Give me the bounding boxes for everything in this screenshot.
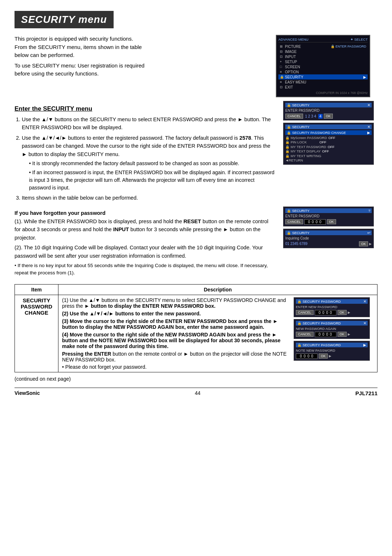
forgotten-step-1: (1). While the ENTER PASSWORD box is dis… (15, 217, 276, 242)
adv-menu-item-easy-menu: ≡ EASY MENU (278, 79, 368, 85)
new-pass-again-box: 🔒 SECURITY PASSWORD ✕ NEW PASSWORD AGAIN… (294, 319, 370, 339)
security-icon: 🔒 (280, 75, 283, 79)
exit-icon: ⊡ (280, 85, 283, 89)
password-display-1: 1 2 3 4 (305, 114, 317, 118)
new-pass-label-1: ENTER NEW PASSWORD (296, 305, 368, 309)
new-pass-dots-2: 0 0 0 0 (315, 332, 336, 337)
forgotten-step-2: (2). The 10 digit Inquiring Code will be… (15, 244, 276, 260)
main-table: Item Description SECURITYPASSWORDCHANGE … (15, 284, 377, 372)
ok-button-inquiring[interactable]: OK (359, 241, 368, 246)
security-box2-title: 🔒 SECURITY (287, 125, 310, 129)
note-2: • If an incorrect password is input, the… (29, 169, 276, 192)
adv-menu-item-image: ⊟ IMAGE (278, 49, 368, 54)
desc-step-3: (3) Move the cursor to the right side of… (62, 318, 290, 330)
forgot-box1-close: ? (368, 209, 370, 213)
continued-note: (continued on next page) (15, 376, 377, 382)
intro-line5: before using the security functions. (15, 70, 99, 77)
ok-btn-new-pass2[interactable]: OK (338, 332, 347, 337)
desc-step-1: (1) Use the ▲/▼ buttons on the SECURITY … (62, 297, 290, 309)
adv-menu-item-option: ≡ OPTION (278, 69, 368, 74)
new-pass-box3-title: 🔒 SECURITY PASSWORD (297, 343, 341, 347)
adv-menu-screenshot: ADVANCED MENU ✦ SELECT ⊞ PICTURE 🔒 ENTER… (276, 35, 377, 97)
inquiring-code-value: 01 2345 6789 (285, 242, 358, 246)
footer-bar: ViewSonic 44 PJL7211 (15, 388, 377, 396)
security-enter-password-box: 🔒 SECURITY ✕ ENTER PASSWORD CANCEL 1 2 3… (283, 101, 374, 120)
table-row: SECURITYPASSWORDCHANGE (1) Use the ▲/▼ b… (15, 295, 377, 372)
desc-step-5: Pressing the ENTER button on the remote … (62, 351, 290, 363)
intro-text: This projector is equipped with security… (15, 35, 269, 97)
security-password-change-item[interactable]: 🔒 SECURITY PASSWORD CHANGE ▶ (285, 130, 372, 135)
enter-new-pass-box: 🔒 SECURITY PASSWORD ✕ ENTER NEW PASSWORD… (294, 297, 370, 317)
col-item-header: Item (15, 284, 58, 295)
my-text-password-item: 🔒 MY TEXT PASSWORD OFF (285, 145, 372, 149)
inquiring-code-row: 01 2345 6789 OK ▶ (285, 241, 372, 246)
enter-password-input-row: CANCEL 1 2 3 4 4 OK (285, 114, 372, 119)
intro-line4: To use SECURITY menu: User registration … (15, 62, 144, 69)
desc-step-2: (2) Use the ▲/▼/◄/► buttons to enter the… (62, 311, 290, 316)
note-pass-dots: 0 0 0 0 (296, 353, 318, 359)
inquiring-box-close: ↩ (367, 231, 370, 235)
adv-menu-item-input: ⊡ INPUT (278, 54, 368, 59)
model-name: PJL7211 (355, 390, 377, 396)
image-icon: ⊟ (280, 50, 283, 53)
cancel-btn-new-pass2[interactable]: CANCEL (296, 332, 314, 337)
security-desc-cell: (1) Use the ▲/▼ buttons on the SECURITY … (58, 295, 377, 372)
new-pass-input-row-1: CANCEL 0 0 0 0 OK ▶ (296, 310, 368, 315)
input-icon: ⊡ (280, 55, 283, 58)
step-3: Items shown in the table below can be pe… (22, 194, 276, 202)
adv-menu-title: ADVANCED MENU (278, 37, 309, 41)
adv-menu-item-security[interactable]: 🔒 SECURITY ▶ (278, 74, 368, 79)
new-pass-input-row-2: CANCEL 0 0 0 0 OK ▶ (296, 332, 368, 337)
ok-btn-new-pass1[interactable]: OK (338, 310, 347, 315)
new-pass-label-2: NEW PASSWORD AGAIN (296, 327, 368, 331)
footer-note: • If there is no key input for about 55 … (15, 262, 276, 277)
table-screenshots: 🔒 SECURITY PASSWORD ✕ ENTER NEW PASSWORD… (294, 297, 373, 370)
forgot-password-box1: 🔒 SECURITY ? ENTER PASSWORD CANCEL 0 0 0… (283, 207, 374, 226)
new-pass-input-row-3: 0 0 0 0 OK ▶ (296, 353, 368, 359)
security-menu-box: 🔒 SECURITY ✕ 🔒 SECURITY PASSWORD CHANGE … (283, 123, 374, 165)
ok-btn-new-pass3[interactable]: OK (319, 353, 328, 359)
ok-button-forgot1[interactable]: OK (327, 219, 336, 224)
new-pass-box1-close: ✕ (363, 299, 366, 303)
intro-line2: From the SECURITY menu, items shown in t… (15, 44, 142, 50)
intro-line1: This projector is equipped with security… (15, 36, 133, 42)
enter-security-heading: Enter the SECURITY menu (15, 105, 276, 113)
note-new-pass-box: 🔒 SECURITY PASSWORD ▶ NOTE NEW PASSWORD … (294, 341, 370, 361)
my-text-display-item: 🔒 MY TEXT DISPLAY OFF (285, 149, 372, 153)
forgot-enter-pass-label: ENTER PASSWORD (285, 214, 372, 218)
new-pass-dots-1: 0 0 0 0 (315, 310, 336, 315)
inquiring-box-title: 🔒 SECURITY (287, 231, 310, 235)
ok-button-1[interactable]: OK (324, 114, 333, 119)
intro-line3: below can be performed. (15, 52, 74, 58)
return-item[interactable]: ◄RETURN (285, 158, 372, 162)
desc-step-4: (4) Move the cursor to the right side of… (62, 332, 290, 349)
page-title: SECURITY menu (15, 11, 114, 28)
desc-text-col: (1) Use the ▲/▼ buttons on the SECURITY … (62, 297, 290, 370)
adv-menu-item-picture: ⊞ PICTURE 🔒 ENTER PASSWORD (278, 44, 368, 49)
adv-menu-item-setup: + SETUP (278, 59, 368, 64)
security-password-change-cell: SECURITYPASSWORDCHANGE (15, 295, 58, 372)
myscreen-password-item: 🔒 MyScreen PASSWORD OFF (285, 136, 372, 140)
new-pass-label-3: NOTE NEW PASSWORD (296, 348, 368, 352)
page-number: 44 (195, 390, 201, 396)
easy-menu-icon: ≡ (280, 80, 283, 84)
adv-menu-footer: COMPUTER IN 1024 x 768 @60Hz (278, 91, 368, 95)
enter-password-label: ENTER PASSWORD (285, 109, 372, 113)
security-box2-close: ✕ (367, 125, 370, 129)
cancel-button-forgot1[interactable]: CANCEL (285, 219, 303, 224)
password-dots-forgot1: 0 0 0 0 (304, 219, 326, 225)
option-icon: ≡ (280, 70, 283, 74)
step-1: Use the ▲/▼ buttons on the SECURITY menu… (22, 115, 276, 132)
highlighted-digit: 4 (318, 114, 323, 119)
pin-lock-item: 🔒 PIN LOCK OFF (285, 140, 372, 144)
brand-name: ViewSonic (15, 390, 40, 396)
inquiring-code-box: 🔒 SECURITY ↩ Inquiring Code 01 2345 6789… (283, 229, 374, 248)
cancel-button-1[interactable]: CANCEL (285, 114, 303, 119)
new-pass-box2-title: 🔒 SECURITY PASSWORD (297, 321, 341, 325)
adv-menu-select: ✦ SELECT (350, 37, 368, 41)
new-pass-box2-close: ✕ (363, 321, 366, 325)
col-desc-header: Description (58, 284, 377, 295)
cancel-btn-new-pass1[interactable]: CANCEL (296, 310, 314, 315)
note-1: • It is strongly recommended the factory… (29, 160, 276, 167)
step-2: Use the ▲/▼/◄/► buttons to enter the reg… (22, 134, 276, 192)
